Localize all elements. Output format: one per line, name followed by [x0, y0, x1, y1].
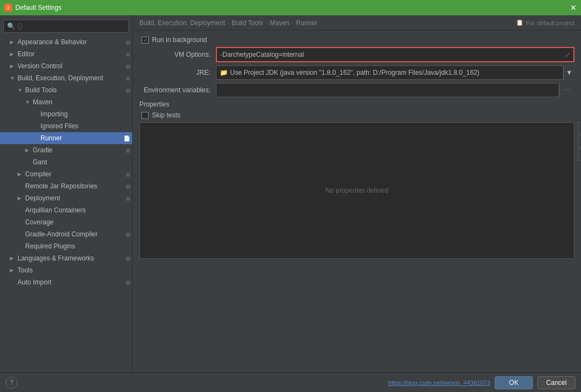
sidebar-settings-icon: ⊞	[126, 147, 130, 153]
vm-options-input[interactable]	[220, 51, 565, 58]
sidebar-item-label: Tools	[17, 266, 130, 274]
app-icon: i	[4, 4, 12, 11]
sidebar-item-gradle-android[interactable]: Gradle-Android Compiler ⊞	[0, 228, 132, 240]
sidebar-item-label: Compiler	[25, 170, 125, 178]
jre-dropdown-button[interactable]: ▼	[564, 66, 574, 80]
search-box[interactable]: 🔍 Q	[3, 20, 129, 33]
sidebar-item-label: Importing	[40, 110, 130, 118]
sidebar-item-label: Build, Execution, Deployment	[17, 74, 125, 82]
env-vars-field-wrap: ⋯	[216, 83, 574, 97]
vm-options-row: VM Options: ⤢	[139, 47, 574, 62]
sidebar-item-label: Ignored Files	[40, 122, 130, 130]
sidebar-settings-icon: ⊞	[126, 171, 130, 177]
breadcrumb-sep: ›	[292, 19, 294, 27]
sidebar-item-compiler[interactable]: ▶ Compiler ⊞	[0, 168, 132, 180]
edit-property-button[interactable]: ✎	[578, 149, 581, 161]
breadcrumb-sep: ›	[266, 19, 268, 27]
arrow-icon: ▼	[25, 99, 33, 105]
sidebar-item-label: Appearance & Behavior	[17, 38, 125, 46]
sidebar-item-deployment[interactable]: ▶ Deployment ⊞	[0, 192, 132, 204]
search-placeholder: Q	[17, 22, 22, 30]
arrow-icon: ▶	[17, 195, 25, 201]
sidebar-item-version-control[interactable]: ▶ Version Control ⊞	[0, 60, 132, 72]
env-vars-input[interactable]	[216, 83, 559, 97]
content-body: ✓ Run in background VM Options: ⤢ JRE:	[133, 31, 581, 372]
sidebar-item-label: Arquillian Containers	[25, 206, 130, 214]
sidebar-item-label: Editor	[17, 50, 125, 58]
sidebar-item-label: Runner	[40, 134, 122, 142]
sidebar-item-label: Build Tools	[25, 86, 125, 94]
sidebar-item-label: Required Plugins	[25, 242, 130, 250]
arrow-icon: ▼	[17, 87, 25, 93]
sidebar-item-label: Maven	[33, 98, 130, 106]
env-vars-browse-button[interactable]: ⋯	[559, 83, 574, 97]
breadcrumb: Build, Execution, Deployment › Build Too…	[133, 15, 581, 31]
sidebar-settings-icon: ⊞	[126, 183, 130, 189]
sidebar-settings-icon: ⊞	[126, 75, 130, 81]
sidebar-item-ignored-files[interactable]: Ignored Files	[0, 120, 132, 132]
ok-button[interactable]: OK	[495, 376, 533, 389]
sidebar-item-languages[interactable]: ▶ Languages & Frameworks ⊞	[0, 252, 132, 264]
sidebar-item-runner[interactable]: Runner 📄	[0, 132, 132, 144]
jre-input[interactable]: 📁 Use Project JDK (java version "1.8.0_1…	[216, 66, 564, 80]
title-bar: i Default Settings ✕	[0, 0, 581, 15]
sidebar-item-build-tools[interactable]: ▼ Build Tools ⊞	[0, 84, 132, 96]
help-button[interactable]: ?	[5, 377, 17, 389]
sidebar-item-arquillian[interactable]: Arquillian Containers	[0, 204, 132, 216]
sidebar-item-importing[interactable]: Importing	[0, 108, 132, 120]
content-area: Build, Execution, Deployment › Build Too…	[133, 15, 581, 372]
jre-row: JRE: 📁 Use Project JDK (java version "1.…	[139, 66, 574, 80]
sidebar-item-maven[interactable]: ▼ Maven	[0, 96, 132, 108]
sidebar-item-gant[interactable]: Gant	[0, 156, 132, 168]
search-icon: 🔍	[7, 22, 15, 30]
add-property-button[interactable]: +	[578, 122, 581, 134]
for-default-text: For default project	[526, 20, 574, 26]
sidebar: 🔍 Q ▶ Appearance & Behavior ⊞ ▶ Editor ⊞…	[0, 15, 133, 372]
window-title: Default Settings	[15, 4, 62, 11]
footer-url[interactable]: https://blog.csdn.net/weixin_44381073	[388, 379, 490, 386]
remove-property-button[interactable]: −	[578, 135, 581, 147]
sidebar-item-label: Auto Import	[17, 278, 125, 286]
sidebar-item-label: Gradle	[33, 146, 125, 154]
breadcrumb-sep: ›	[227, 19, 230, 27]
cancel-button[interactable]: Cancel	[537, 376, 576, 389]
properties-header: Properties	[139, 100, 574, 108]
skip-tests-checkbox[interactable]	[142, 112, 149, 119]
sidebar-item-tools[interactable]: ▶ Tools	[0, 264, 132, 276]
run-in-background-checkbox[interactable]: ✓	[142, 37, 149, 44]
sidebar-settings-icon: ⊞	[126, 63, 130, 69]
vm-options-expand-icon[interactable]: ⤢	[565, 51, 570, 58]
skip-tests-label: Skip tests	[152, 111, 180, 119]
breadcrumb-item-4: Runner	[296, 19, 318, 27]
sidebar-item-editor[interactable]: ▶ Editor ⊞	[0, 48, 132, 60]
properties-toolbar: + − ✎	[578, 122, 581, 161]
sidebar-item-label: Version Control	[17, 62, 125, 70]
run-in-background-label: Run in background	[152, 36, 207, 44]
arrow-icon: ▶	[25, 147, 33, 153]
sidebar-settings-icon: ⊞	[126, 195, 130, 201]
run-in-background-row: ✓ Run in background	[139, 36, 574, 44]
sidebar-item-coverage[interactable]: Coverage	[0, 216, 132, 228]
arrow-icon: ▶	[10, 268, 17, 273]
sidebar-item-gradle[interactable]: ▶ Gradle ⊞	[0, 144, 132, 156]
sidebar-item-appearance[interactable]: ▶ Appearance & Behavior ⊞	[0, 36, 132, 48]
arrow-icon: ▶	[10, 51, 17, 57]
sidebar-settings-icon: ⊞	[126, 231, 130, 237]
jre-value: Use Project JDK (java version "1.8.0_162…	[230, 69, 560, 76]
close-button[interactable]: ✕	[570, 3, 577, 12]
sidebar-item-auto-import[interactable]: Auto Import ⊞	[0, 276, 132, 288]
sidebar-item-required-plugins[interactable]: Required Plugins	[0, 240, 132, 252]
breadcrumb-item-1: Build, Execution, Deployment	[139, 19, 225, 27]
breadcrumb-item-3: Maven	[270, 19, 290, 27]
sidebar-item-label: Remote Jar Repositories	[25, 182, 125, 190]
sidebar-item-remote-jar[interactable]: Remote Jar Repositories ⊞	[0, 180, 132, 192]
jdk-icon: 📁	[220, 69, 228, 76]
sidebar-item-label: Gradle-Android Compiler	[25, 230, 125, 238]
env-vars-label: Environment variables:	[139, 86, 216, 94]
sidebar-item-label: Languages & Frameworks	[17, 254, 125, 262]
sidebar-item-build-execution[interactable]: ▼ Build, Execution, Deployment ⊞	[0, 72, 132, 84]
arrow-icon: ▶	[10, 256, 17, 261]
sidebar-item-label: Deployment	[25, 194, 125, 202]
sidebar-settings-icon: ⊞	[126, 87, 130, 93]
properties-section: Properties Skip tests No properties defi…	[139, 100, 574, 259]
